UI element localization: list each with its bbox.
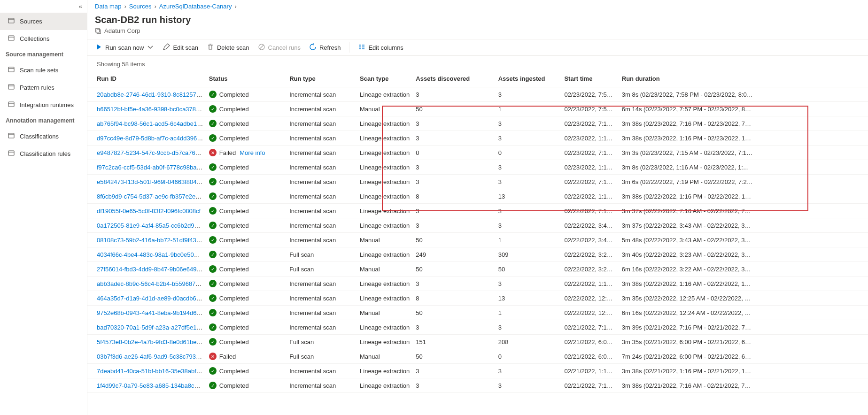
refresh-button[interactable]: Refresh <box>309 43 341 52</box>
run-id-link[interactable]: 03b7f3d6-ae26-4af6-9ad9-5c38c7938ebf <box>97 353 206 360</box>
table-row[interactable]: abb3adec-8b9c-56c4-b2b4-b559687b52b8 ✓ C… <box>87 277 868 291</box>
run-duration-cell: 3m 38s (02/23/2022, 1:16 PM - 02/23/2022… <box>619 131 868 146</box>
run-duration-cell: 3m 40s (02/22/2022, 3:23 AM - 02/22/2022… <box>619 247 868 262</box>
table-row[interactable]: 5f4573e8-0b2e-4a7b-9fd3-8e0d61be6d30 ✓ C… <box>87 335 868 349</box>
run-id-link[interactable]: 20abdb8e-2746-46d1-9310-8c812571d47f <box>97 91 206 98</box>
completed-icon: ✓ <box>209 323 217 331</box>
start-time-cell: 02/23/2022, 7:15 A… <box>561 146 619 160</box>
table-row[interactable]: 7deabd41-40ca-51bf-bb16-35e38abf30e0 ✓ C… <box>87 364 868 378</box>
svg-rect-14 <box>96 28 100 32</box>
assets-ingested-cell: 3 <box>496 131 562 146</box>
play-icon <box>95 43 102 52</box>
table-row[interactable]: 4034f66c-4be4-483c-98a1-9bc0e505c04f ✓ C… <box>87 247 868 262</box>
sidebar-item-integration-runtimes[interactable]: Integration runtimes <box>0 96 87 114</box>
assets-ingested-cell: 3 <box>496 320 562 335</box>
col-assets-discovered[interactable]: Assets discovered <box>413 70 495 87</box>
run-type-cell: Incremental scan <box>287 291 357 306</box>
status-text: Completed <box>219 251 249 258</box>
edit-columns-button[interactable]: Edit columns <box>358 43 403 52</box>
scan-type-cell: Lineage extraction <box>357 204 413 218</box>
run-type-cell: Full scan <box>287 335 357 349</box>
col-run-duration[interactable]: Run duration <box>619 70 868 87</box>
run-id-link[interactable]: 5f4573e8-0b2e-4a7b-9fd3-8e0d61be6d30 <box>97 338 206 346</box>
breadcrumb-data-map[interactable]: Data map <box>95 3 121 10</box>
run-id-link[interactable]: bad70320-70a1-5d9f-a23a-a27df5e151ad <box>97 324 206 331</box>
status-text: Completed <box>219 178 249 185</box>
completed-icon: ✓ <box>209 134 217 142</box>
table-row[interactable]: b66512bf-bf5e-4a36-9398-bc0ca378fcf2 ✓ C… <box>87 102 868 116</box>
table-row[interactable]: f97c2ca6-ccf5-53d4-ab0f-6778c98bac37 ✓ C… <box>87 160 868 175</box>
table-row[interactable]: d97cc49e-8d79-5d8b-af7c-ac4dd3961ebb ✓ C… <box>87 131 868 146</box>
assets-ingested-cell: 3 <box>496 160 562 175</box>
table-row[interactable]: 08108c73-59b2-416a-bb72-51df9f43779a ✓ C… <box>87 233 868 247</box>
status-text: Completed <box>219 280 249 287</box>
run-id-link[interactable]: e5842473-f13d-501f-969f-04663f804bc0 <box>97 178 206 185</box>
run-id-link[interactable]: 0a172505-81e9-4af4-85a5-cc6b2d908379 <box>97 222 206 229</box>
table-row[interactable]: 0a172505-81e9-4af4-85a5-cc6b2d908379 ✓ C… <box>87 218 868 233</box>
col-run-id[interactable]: Run ID <box>87 70 206 87</box>
sidebar-item-label: Integration runtimes <box>20 101 74 108</box>
table-row[interactable]: 8f6cb9d9-c754-5d37-ae9c-fb357e2e1978 ✓ C… <box>87 189 868 204</box>
table-row[interactable]: 9752e68b-0943-4a41-8eba-9b194d6b723c ✓ C… <box>87 306 868 320</box>
delete-scan-button[interactable]: Delete scan <box>207 43 249 52</box>
col-run-type[interactable]: Run type <box>287 70 357 87</box>
classification-rules-icon <box>8 149 15 158</box>
col-scan-type[interactable]: Scan type <box>357 70 413 87</box>
table-row[interactable]: 03b7f3d6-ae26-4af6-9ad9-5c38c7938ebf ✕ F… <box>87 349 868 364</box>
table-row[interactable]: df19055f-0e65-5c0f-83f2-f096fc0808cf ✓ C… <box>87 204 868 218</box>
sidebar-item-pattern-rules[interactable]: Pattern rules <box>0 79 87 96</box>
sidebar-item-scan-rule-sets[interactable]: Scan rule sets <box>0 61 87 79</box>
table-row[interactable]: bad70320-70a1-5d9f-a23a-a27df5e151ad ✓ C… <box>87 320 868 335</box>
assets-discovered-cell: 8 <box>413 291 495 306</box>
more-info-link[interactable]: More info <box>240 149 265 156</box>
run-type-cell: Incremental scan <box>287 102 357 116</box>
run-id-link[interactable]: ab765f94-bc98-56c1-acd5-6c4adbe11851 <box>97 120 206 127</box>
run-id-link[interactable]: 1f4d99c7-0a79-5e83-a685-134ba8cc6744 <box>97 382 206 389</box>
table-row[interactable]: 20abdb8e-2746-46d1-9310-8c812571d47f ✓ C… <box>87 87 868 102</box>
status-text: Failed <box>219 353 236 360</box>
col-start-time[interactable]: Start time <box>561 70 619 87</box>
sidebar-item-sources[interactable]: Sources <box>0 13 87 30</box>
table-scroll-region[interactable]: Showing 58 items Run ID Status Run type … <box>87 56 868 415</box>
breadcrumb-source-name[interactable]: AzureSqlDatabase-Canary <box>159 3 232 10</box>
run-id-link[interactable]: f97c2ca6-ccf5-53d4-ab0f-6778c98bac37 <box>97 164 206 171</box>
table-row[interactable]: e5842473-f13d-501f-969f-04663f804bc0 ✓ C… <box>87 175 868 189</box>
run-id-link[interactable]: d97cc49e-8d79-5d8b-af7c-ac4dd3961ebb <box>97 135 206 142</box>
run-id-link[interactable]: 7deabd41-40ca-51bf-bb16-35e38abf30e0 <box>97 368 206 375</box>
start-time-cell: 02/22/2022, 1:16 PM <box>561 189 619 204</box>
sidebar-item-classifications[interactable]: Classifications <box>0 128 87 145</box>
table-row[interactable]: 1f4d99c7-0a79-5e83-a685-134ba8cc6744 ✓ C… <box>87 378 868 393</box>
sidebar-item-collections[interactable]: Collections <box>0 30 87 47</box>
edit-scan-button[interactable]: Edit scan <box>163 43 198 52</box>
sidebar-item-classification-rules[interactable]: Classification rules <box>0 145 87 162</box>
run-id-link[interactable]: 08108c73-59b2-416a-bb72-51df9f43779a <box>97 237 206 244</box>
run-id-link[interactable]: 464a35d7-d1a9-4d1d-ae89-d0acdb66da1d <box>97 295 206 302</box>
completed-icon: ✓ <box>209 91 217 98</box>
col-status[interactable]: Status <box>206 70 287 87</box>
trash-icon <box>207 43 214 52</box>
table-row[interactable]: 464a35d7-d1a9-4d1d-ae89-d0acdb66da1d ✓ C… <box>87 291 868 306</box>
table-row[interactable]: ab765f94-bc98-56c1-acd5-6c4adbe11851 ✓ C… <box>87 116 868 131</box>
run-id-link[interactable]: 8f6cb9d9-c754-5d37-ae9c-fb357e2e1978 <box>97 193 206 200</box>
run-id-link[interactable]: b66512bf-bf5e-4a36-9398-bc0ca378fcf2 <box>97 106 206 113</box>
assets-ingested-cell: 3 <box>496 378 562 393</box>
run-id-link[interactable]: abb3adec-8b9c-56c4-b2b4-b559687b52b8 <box>97 280 206 287</box>
run-id-link[interactable]: 27f56014-fbd3-4dd9-8b47-9b06e649aba4 <box>97 266 206 273</box>
run-duration-cell: 6m 16s (02/22/2022, 12:24 AM - 02/22/202… <box>619 306 868 320</box>
collapse-sidebar-button[interactable]: « <box>0 0 87 13</box>
run-duration-cell: 5m 48s (02/22/2022, 3:43 AM - 02/22/2022… <box>619 233 868 247</box>
run-id-link[interactable]: df19055f-0e65-5c0f-83f2-f096fc0808cf <box>97 208 201 215</box>
run-type-cell: Incremental scan <box>287 378 357 393</box>
pencil-icon <box>163 43 170 52</box>
start-time-cell: 02/21/2022, 6:00 PM <box>561 349 619 364</box>
cancel-runs-label: Cancel runs <box>268 44 301 51</box>
table-row[interactable]: e9487827-5234-547c-9ccb-d57ca769e94f ✕ F… <box>87 146 868 160</box>
toolbar: Run scan now Edit scan Delete scan Cance… <box>87 39 868 56</box>
run-id-link[interactable]: 4034f66c-4be4-483c-98a1-9bc0e505c04f <box>97 251 206 258</box>
table-row[interactable]: 27f56014-fbd3-4dd9-8b47-9b06e649aba4 ✓ C… <box>87 262 868 277</box>
run-id-link[interactable]: 9752e68b-0943-4a41-8eba-9b194d6b723c <box>97 309 206 316</box>
breadcrumb-sources[interactable]: Sources <box>129 3 152 10</box>
run-scan-now-button[interactable]: Run scan now <box>95 43 154 52</box>
col-assets-ingested[interactable]: Assets ingested <box>496 70 562 87</box>
run-id-link[interactable]: e9487827-5234-547c-9ccb-d57ca769e94f <box>97 149 206 156</box>
